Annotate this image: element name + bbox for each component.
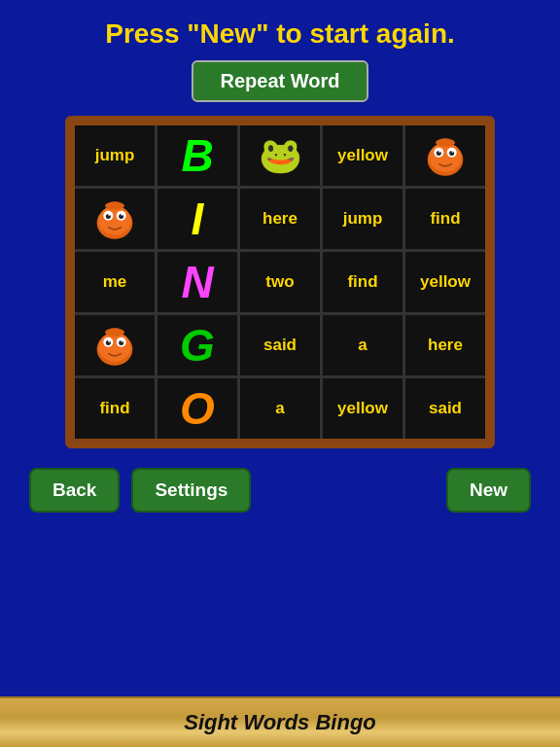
bottom-title: Sight Words Bingo [184,710,376,735]
cell-4-4[interactable]: said [405,378,485,439]
cell-3-3[interactable]: a [323,315,402,375]
cell-0-1[interactable]: B [158,125,237,186]
repeat-word-button[interactable]: Repeat Word [192,60,369,102]
cell-4-0[interactable]: find [75,378,155,439]
svg-point-21 [98,332,130,361]
cell-3-2[interactable]: said [240,315,320,375]
cell-0-0[interactable]: jump [75,125,155,186]
buttons-row: Back Settings New [0,468,560,513]
svg-point-1 [429,142,461,171]
svg-point-27 [122,339,123,341]
new-button[interactable]: New [446,468,531,513]
cell-2-4[interactable]: yellow [405,252,485,312]
left-buttons: Back Settings [29,468,251,513]
frog-icon: 🐸 [259,135,302,176]
bingo-grid: jump B 🐸 yellow [75,125,485,439]
cell-4-3[interactable]: yellow [323,378,402,439]
svg-rect-29 [110,328,120,334]
svg-point-26 [108,339,110,341]
cell-3-4[interactable]: here [405,315,485,375]
cell-1-0[interactable] [75,189,155,249]
svg-point-16 [108,213,110,215]
cell-4-1[interactable]: O [158,378,237,439]
back-button[interactable]: Back [29,468,120,513]
cell-1-3[interactable]: jump [323,189,402,249]
cell-0-3[interactable]: yellow [323,125,402,186]
blob-icon [90,195,139,243]
svg-point-17 [122,213,123,215]
cell-0-2[interactable]: 🐸 [240,125,320,186]
blob-icon [90,321,139,370]
cell-3-1[interactable]: G [158,315,237,375]
cell-2-1[interactable]: N [158,252,237,312]
bingo-board-container: jump B 🐸 yellow [65,116,495,448]
cell-2-0[interactable]: me [75,252,155,312]
cell-1-4[interactable]: find [405,189,485,249]
settings-button[interactable]: Settings [131,468,251,513]
svg-point-6 [438,150,440,152]
cell-1-1[interactable]: I [158,189,237,249]
cell-4-2[interactable]: a [240,378,320,439]
blob-icon [421,131,470,180]
bottom-bar: Sight Words Bingo [0,696,560,747]
cell-1-2[interactable]: here [240,189,320,249]
cell-3-0[interactable] [75,315,155,375]
svg-point-11 [98,205,130,234]
header-message: Press "New" to start again. [86,0,474,60]
svg-point-7 [452,150,454,152]
cell-2-2[interactable]: two [240,252,320,312]
svg-rect-9 [440,138,450,144]
cell-2-3[interactable]: find [323,252,402,312]
svg-rect-19 [110,201,120,207]
cell-0-4[interactable] [405,125,485,186]
